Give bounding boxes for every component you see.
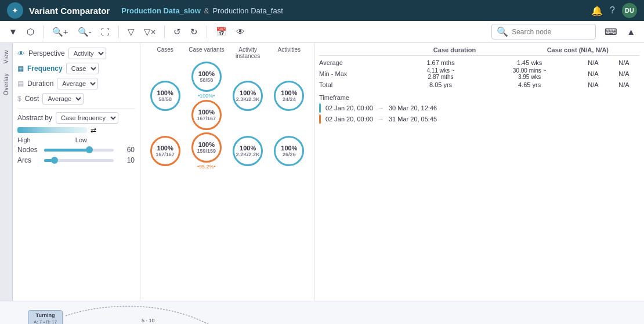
gradient-settings-btn[interactable]: ⇄	[91, 126, 96, 134]
dataset-separator: &	[204, 6, 209, 15]
frequency-select[interactable]: Case	[66, 63, 99, 74]
activity-circle-b: 100% 2.2K/2.2K	[233, 136, 263, 166]
dataset-b-label: Production Data_fast	[212, 6, 283, 15]
notification-icon[interactable]: 🔔	[591, 5, 603, 16]
timeframe-a-end: 30 Mar 20, 12:46	[389, 105, 437, 111]
side-tabs: View Overlay	[0, 43, 13, 301]
abstract-select[interactable]: Case frequency	[56, 112, 118, 124]
th-case-cost: Case cost (N/A, N/A)	[516, 46, 639, 53]
cell-tot-dur1: 8.05 yrs	[400, 80, 482, 89]
overlay-tab[interactable]: Overlay	[2, 71, 10, 98]
timeframe-arrow-b: →	[378, 116, 384, 123]
content-area: View Overlay 👁 Perspective Activity ▦ Fr…	[0, 43, 644, 301]
avatar[interactable]: DU	[622, 3, 637, 18]
cost-row: $ Cost Average	[17, 93, 135, 105]
th-case-duration: Case duration	[393, 46, 516, 53]
row-average: Average 1.67 mths 1.45 wks N/A N/A	[319, 58, 639, 67]
timeframe-arrow-a: →	[378, 105, 384, 111]
graph-svg	[0, 301, 644, 324]
node-turning[interactable]: Turning A: 7 • B: 17	[28, 310, 63, 324]
cell-tot-label: Total	[319, 80, 400, 89]
gradient-bar	[17, 127, 87, 133]
high-label: High	[17, 136, 31, 143]
left-panel: 👁 Perspective Activity ▦ Frequency Case …	[13, 43, 140, 301]
cell-avg-cost2: N/A	[609, 58, 639, 67]
zoom-in-btn[interactable]: 🔍+	[49, 25, 71, 39]
cost-label: Cost	[25, 95, 39, 103]
activities-circle-a: 100% 24/24	[274, 81, 304, 111]
filter-clear-btn[interactable]: ▽×	[141, 25, 159, 39]
low-label: Low	[75, 136, 87, 143]
timeframe-bar-b	[319, 114, 321, 124]
perspective-row: 👁 Perspective Activity	[17, 48, 135, 59]
cost-select[interactable]: Average	[42, 93, 84, 105]
logo-icon: ✦	[12, 6, 19, 15]
arcs-slider-thumb[interactable]	[51, 157, 58, 164]
nodes-slider-thumb[interactable]	[86, 146, 93, 153]
cost-icon: $	[17, 95, 21, 103]
abstract-row: Abstract by Case frequency	[17, 112, 135, 124]
cell-avg-label: Average	[319, 58, 400, 67]
perspective-label: Perspective	[28, 49, 65, 57]
cell-tot-cost1: N/A	[578, 80, 609, 89]
app-header: ✦ Variant Comparator Production Data_slo…	[0, 0, 644, 21]
col-cases: Cases	[145, 46, 185, 59]
fit-btn[interactable]: ⛶	[98, 25, 113, 38]
search-container: 🔍	[491, 24, 596, 39]
cell-mm-dur2: 30.00 mins ~3.95 wks	[481, 67, 577, 80]
cell-avg-dur2: 1.45 wks	[481, 58, 577, 67]
cell-mm-cost2: N/A	[609, 67, 639, 80]
variants-circle-b2: 100% 159/159	[191, 132, 222, 163]
arcs-label: Arcs	[17, 156, 41, 164]
dataset-labels: Production Data_slow & Production Data_f…	[121, 6, 283, 15]
timeframe-row-a: 02 Jan 20, 00:00 → 30 Mar 20, 12:46	[319, 103, 639, 113]
help-icon[interactable]: ?	[610, 5, 615, 16]
timeframe-section: Timeframe 02 Jan 20, 00:00 → 30 Mar 20, …	[319, 94, 639, 124]
frequency-label[interactable]: Frequency	[27, 64, 63, 73]
arcs-slider-row: Arcs 10	[17, 156, 135, 164]
cases-circle-a: 100% 58/58	[150, 81, 180, 111]
duration-table: Average 1.67 mths 1.45 wks N/A N/A Min -…	[319, 58, 639, 89]
app-title: Variant Comparator	[29, 6, 110, 16]
cell-mm-dur1: 4.11 wks ~2.87 mths	[400, 67, 482, 80]
view-btn[interactable]: 👁	[233, 25, 248, 38]
duration-label: Duration	[27, 80, 53, 88]
row-total: Total 8.05 yrs 4.65 yrs N/A N/A	[319, 80, 639, 89]
toolbar-sep-3	[164, 26, 165, 38]
duration-row: ▤ Duration Average	[17, 78, 135, 89]
timeframe-label: Timeframe	[319, 94, 354, 101]
cell-tot-dur2: 4.65 yrs	[481, 80, 577, 89]
grid-btn[interactable]: ⬡	[24, 25, 37, 39]
cell-avg-cost1: N/A	[578, 58, 609, 67]
duration-select[interactable]: Average	[57, 78, 98, 89]
dropdown-btn[interactable]: ▼	[6, 25, 20, 38]
activities-circle-b: 100% 26/26	[274, 136, 304, 166]
duration-icon: ▤	[17, 80, 24, 88]
timeframe-b-end: 31 Mar 20, 05:45	[389, 116, 437, 123]
timeframe-bar-a	[319, 103, 321, 113]
variants-circle-a: 100% 58/58	[191, 62, 222, 92]
arcs-value: 10	[117, 156, 135, 164]
view-tab[interactable]: View	[2, 48, 10, 66]
collapse-btn[interactable]: ▲	[624, 25, 638, 38]
undo-btn[interactable]: ↺	[171, 25, 184, 39]
filter-btn[interactable]: ▽	[125, 25, 138, 39]
edge-label-1: 5 · 10	[142, 318, 155, 323]
perspective-select[interactable]: Activity	[68, 48, 106, 59]
search-input[interactable]	[512, 28, 593, 36]
variants-circle-b: 100% 167/167	[191, 100, 222, 130]
nodes-label: Nodes	[17, 146, 41, 154]
redo-btn[interactable]: ↻	[187, 25, 201, 39]
timeframe-b-start: 02 Jan 20, 00:00	[325, 116, 373, 123]
calendar-btn[interactable]: 📅	[213, 25, 230, 39]
zoom-out-btn[interactable]: 🔍-	[75, 25, 95, 39]
stats-panel: Cases Case variants Activity instances A…	[140, 43, 314, 301]
col-variants: Case variants	[186, 46, 226, 59]
timeframe-a-start: 02 Jan 20, 00:00	[325, 105, 373, 111]
timeframe-row-b: 02 Jan 20, 00:00 → 31 Mar 20, 05:45	[319, 114, 639, 124]
row-minmax: Min - Max 4.11 wks ~2.87 mths 30.00 mins…	[319, 67, 639, 80]
perspective-icon: 👁	[17, 49, 25, 58]
keyboard-btn[interactable]: ⌨	[602, 25, 620, 39]
connector-2: •95.2%•	[197, 164, 216, 170]
app-logo: ✦	[7, 2, 23, 19]
